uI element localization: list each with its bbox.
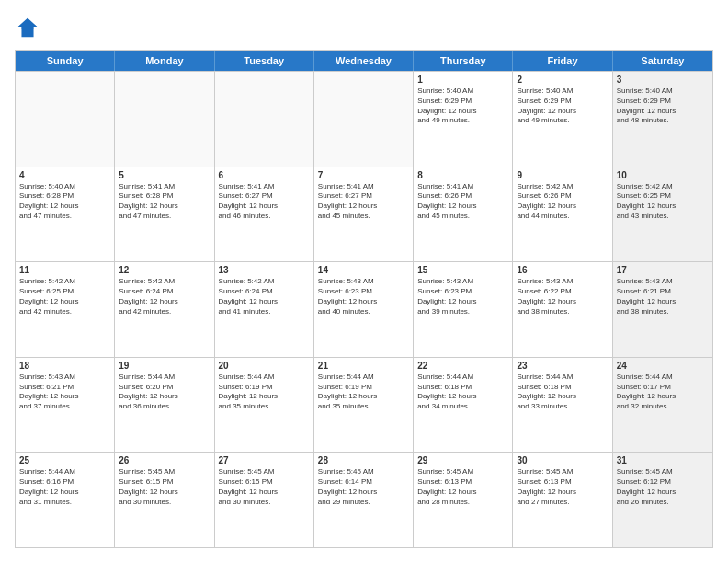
cell-info: Sunrise: 5:45 AMSunset: 6:12 PMDaylight:…	[617, 467, 709, 507]
day-number: 27	[219, 455, 310, 465]
calendar-row-4: 25Sunrise: 5:44 AMSunset: 6:16 PMDayligh…	[16, 452, 712, 547]
calendar-cell-4-4: 29Sunrise: 5:45 AMSunset: 6:13 PMDayligh…	[414, 453, 513, 547]
cell-info: Sunrise: 5:41 AMSunset: 6:28 PMDaylight:…	[119, 182, 210, 222]
calendar-cell-1-1: 5Sunrise: 5:41 AMSunset: 6:28 PMDaylight…	[115, 167, 214, 262]
calendar-cell-2-5: 16Sunrise: 5:43 AMSunset: 6:22 PMDayligh…	[513, 262, 612, 357]
calendar-cell-0-1	[115, 72, 214, 167]
day-number: 19	[119, 361, 210, 371]
calendar-cell-2-1: 12Sunrise: 5:42 AMSunset: 6:24 PMDayligh…	[115, 262, 214, 357]
cell-info: Sunrise: 5:41 AMSunset: 6:27 PMDaylight:…	[318, 182, 409, 222]
day-number: 14	[318, 265, 409, 275]
page: SundayMondayTuesdayWednesdayThursdayFrid…	[0, 0, 728, 563]
cell-info: Sunrise: 5:42 AMSunset: 6:25 PMDaylight:…	[617, 182, 709, 222]
calendar-row-3: 18Sunrise: 5:43 AMSunset: 6:21 PMDayligh…	[16, 357, 712, 453]
day-number: 30	[517, 455, 608, 465]
calendar-cell-0-0	[16, 72, 115, 167]
day-number: 1	[417, 75, 508, 85]
cell-info: Sunrise: 5:45 AMSunset: 6:14 PMDaylight:…	[318, 467, 409, 507]
calendar-cell-4-1: 26Sunrise: 5:45 AMSunset: 6:15 PMDayligh…	[115, 453, 214, 547]
calendar-body: 1Sunrise: 5:40 AMSunset: 6:29 PMDaylight…	[16, 71, 712, 547]
calendar-cell-1-3: 7Sunrise: 5:41 AMSunset: 6:27 PMDaylight…	[314, 167, 414, 262]
header-day-tuesday: Tuesday	[215, 51, 314, 71]
calendar-cell-0-4: 1Sunrise: 5:40 AMSunset: 6:29 PMDaylight…	[414, 72, 513, 167]
cell-info: Sunrise: 5:45 AMSunset: 6:13 PMDaylight:…	[517, 467, 608, 507]
calendar-cell-1-4: 8Sunrise: 5:41 AMSunset: 6:26 PMDaylight…	[414, 167, 513, 262]
cell-info: Sunrise: 5:45 AMSunset: 6:15 PMDaylight:…	[119, 467, 210, 507]
day-number: 23	[517, 361, 608, 371]
day-number: 20	[219, 361, 310, 371]
calendar-cell-0-5: 2Sunrise: 5:40 AMSunset: 6:29 PMDaylight…	[513, 72, 612, 167]
day-number: 29	[417, 455, 508, 465]
calendar-cell-4-3: 28Sunrise: 5:45 AMSunset: 6:14 PMDayligh…	[314, 453, 414, 547]
calendar-row-2: 11Sunrise: 5:42 AMSunset: 6:25 PMDayligh…	[16, 261, 712, 357]
day-number: 21	[318, 361, 409, 371]
calendar-cell-0-6: 3Sunrise: 5:40 AMSunset: 6:29 PMDaylight…	[613, 72, 712, 167]
day-number: 2	[517, 75, 608, 85]
calendar-cell-3-1: 19Sunrise: 5:44 AMSunset: 6:20 PMDayligh…	[115, 358, 214, 453]
day-number: 11	[19, 265, 110, 275]
calendar-cell-2-6: 17Sunrise: 5:43 AMSunset: 6:21 PMDayligh…	[613, 262, 712, 357]
header-day-monday: Monday	[115, 51, 214, 71]
cell-info: Sunrise: 5:42 AMSunset: 6:24 PMDaylight:…	[119, 277, 210, 316]
day-number: 4	[19, 170, 110, 180]
cell-info: Sunrise: 5:44 AMSunset: 6:19 PMDaylight:…	[318, 373, 409, 412]
header-day-thursday: Thursday	[414, 51, 513, 71]
calendar-cell-3-2: 20Sunrise: 5:44 AMSunset: 6:19 PMDayligh…	[215, 358, 314, 453]
day-number: 15	[417, 265, 508, 275]
calendar-cell-3-5: 23Sunrise: 5:44 AMSunset: 6:18 PMDayligh…	[513, 358, 612, 453]
day-number: 31	[617, 455, 709, 465]
calendar-cell-1-5: 9Sunrise: 5:42 AMSunset: 6:26 PMDaylight…	[513, 167, 612, 262]
calendar-cell-3-0: 18Sunrise: 5:43 AMSunset: 6:21 PMDayligh…	[16, 358, 115, 453]
cell-info: Sunrise: 5:40 AMSunset: 6:29 PMDaylight:…	[517, 86, 608, 126]
cell-info: Sunrise: 5:44 AMSunset: 6:20 PMDaylight:…	[119, 373, 210, 412]
day-number: 7	[318, 170, 409, 180]
calendar-cell-1-6: 10Sunrise: 5:42 AMSunset: 6:25 PMDayligh…	[613, 167, 712, 262]
calendar-cell-3-3: 21Sunrise: 5:44 AMSunset: 6:19 PMDayligh…	[314, 358, 414, 453]
cell-info: Sunrise: 5:40 AMSunset: 6:29 PMDaylight:…	[617, 86, 709, 126]
header-day-wednesday: Wednesday	[314, 51, 414, 71]
calendar-cell-4-6: 31Sunrise: 5:45 AMSunset: 6:12 PMDayligh…	[613, 453, 712, 547]
calendar-row-1: 4Sunrise: 5:40 AMSunset: 6:28 PMDaylight…	[16, 167, 712, 262]
cell-info: Sunrise: 5:43 AMSunset: 6:21 PMDaylight:…	[617, 277, 709, 316]
header-day-friday: Friday	[513, 51, 612, 71]
cell-info: Sunrise: 5:45 AMSunset: 6:15 PMDaylight:…	[219, 467, 310, 507]
cell-info: Sunrise: 5:43 AMSunset: 6:23 PMDaylight:…	[318, 277, 409, 316]
calendar-cell-2-3: 14Sunrise: 5:43 AMSunset: 6:23 PMDayligh…	[314, 262, 414, 357]
cell-info: Sunrise: 5:43 AMSunset: 6:21 PMDaylight:…	[19, 373, 110, 412]
day-number: 12	[119, 265, 210, 275]
cell-info: Sunrise: 5:42 AMSunset: 6:26 PMDaylight:…	[517, 182, 608, 222]
cell-info: Sunrise: 5:44 AMSunset: 6:16 PMDaylight:…	[19, 467, 110, 507]
logo-icon	[15, 15, 40, 40]
day-number: 22	[417, 361, 508, 371]
calendar-cell-4-5: 30Sunrise: 5:45 AMSunset: 6:13 PMDayligh…	[513, 453, 612, 547]
header-day-saturday: Saturday	[613, 51, 712, 71]
cell-info: Sunrise: 5:42 AMSunset: 6:25 PMDaylight:…	[19, 277, 110, 316]
svg-marker-1	[18, 18, 38, 29]
day-number: 18	[19, 361, 110, 371]
day-number: 8	[417, 170, 508, 180]
cell-info: Sunrise: 5:40 AMSunset: 6:28 PMDaylight:…	[19, 182, 110, 222]
calendar-cell-1-0: 4Sunrise: 5:40 AMSunset: 6:28 PMDaylight…	[16, 167, 115, 262]
cell-info: Sunrise: 5:44 AMSunset: 6:18 PMDaylight:…	[417, 373, 508, 412]
day-number: 5	[119, 170, 210, 180]
cell-info: Sunrise: 5:43 AMSunset: 6:22 PMDaylight:…	[517, 277, 608, 316]
header	[15, 15, 713, 40]
calendar-cell-2-4: 15Sunrise: 5:43 AMSunset: 6:23 PMDayligh…	[414, 262, 513, 357]
cell-info: Sunrise: 5:40 AMSunset: 6:29 PMDaylight:…	[417, 86, 508, 126]
cell-info: Sunrise: 5:43 AMSunset: 6:23 PMDaylight:…	[417, 277, 508, 316]
calendar-cell-3-4: 22Sunrise: 5:44 AMSunset: 6:18 PMDayligh…	[414, 358, 513, 453]
calendar-cell-0-3	[314, 72, 414, 167]
cell-info: Sunrise: 5:44 AMSunset: 6:18 PMDaylight:…	[517, 373, 608, 412]
calendar-cell-2-2: 13Sunrise: 5:42 AMSunset: 6:24 PMDayligh…	[215, 262, 314, 357]
day-number: 28	[318, 455, 409, 465]
day-number: 10	[617, 170, 709, 180]
calendar-cell-0-2	[215, 72, 314, 167]
calendar: SundayMondayTuesdayWednesdayThursdayFrid…	[15, 50, 713, 548]
day-number: 16	[517, 265, 608, 275]
cell-info: Sunrise: 5:45 AMSunset: 6:13 PMDaylight:…	[417, 467, 508, 507]
calendar-cell-4-2: 27Sunrise: 5:45 AMSunset: 6:15 PMDayligh…	[215, 453, 314, 547]
calendar-cell-2-0: 11Sunrise: 5:42 AMSunset: 6:25 PMDayligh…	[16, 262, 115, 357]
day-number: 25	[19, 455, 110, 465]
day-number: 3	[617, 75, 709, 85]
calendar-row-0: 1Sunrise: 5:40 AMSunset: 6:29 PMDaylight…	[16, 71, 712, 167]
